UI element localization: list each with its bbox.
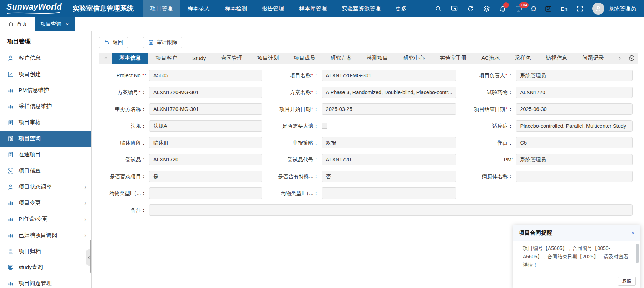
detail-tab-10[interactable]: AC流水 <box>474 53 507 64</box>
detail-tab-2[interactable]: Study <box>185 53 213 64</box>
tab-project-query[interactable]: 项目查询 × <box>35 17 75 31</box>
sidebar-item-7[interactable]: 项目稽查 <box>0 163 91 179</box>
detail-tab-11[interactable]: 采样包 <box>507 53 538 64</box>
detail-tab-5[interactable]: 项目成员 <box>286 53 323 64</box>
field-input[interactable]: 系统管理员 <box>516 70 633 81</box>
form-field: 方案名称*：A Phase 3, Randomized, Double-blin… <box>272 87 466 98</box>
sidebar-item-11[interactable]: 已归档项目调阅› <box>0 227 91 243</box>
collapse-panel-icon[interactable] <box>625 53 638 64</box>
nav-item-6[interactable]: 更多 <box>388 0 414 17</box>
checkbox[interactable] <box>322 123 327 129</box>
nav-item-4[interactable]: 样本库管理 <box>292 0 335 17</box>
form-field: 是否盲态项目：是 <box>99 171 272 182</box>
nav-item-1[interactable]: 样本录入 <box>180 0 217 17</box>
detail-tab-0[interactable]: 基本信息 <box>112 53 148 64</box>
field-input[interactable] <box>149 204 633 216</box>
field-input[interactable]: ALXN1720-MG-301 <box>322 70 457 81</box>
monitor-icon <box>7 264 14 271</box>
tabs-scroll-right-icon[interactable] <box>615 53 625 64</box>
sidebar-item-3[interactable]: 采样信息维护 <box>0 98 91 114</box>
language-toggle[interactable]: En <box>561 6 567 12</box>
field-label: 试验药物： <box>466 89 516 96</box>
bar-chart-icon <box>7 103 14 110</box>
field-input[interactable]: ALXN1720-MG-301 <box>149 87 262 98</box>
field-input[interactable]: A5605 <box>149 70 262 81</box>
sidebar-item-8[interactable]: 项目状态调整› <box>0 179 91 195</box>
audit-trail-button[interactable]: 审计跟踪 <box>143 37 182 48</box>
field-input[interactable]: ALXN1720 <box>516 87 633 98</box>
detail-tab-8[interactable]: 研究中心 <box>396 53 432 64</box>
sidebar-item-12[interactable]: 项目归档 <box>0 243 91 259</box>
form-field: 药物类型Ⅰ（...： <box>99 187 272 199</box>
field-input[interactable]: ALXN1720 <box>322 154 457 165</box>
field-input[interactable]: 法规A <box>149 120 262 132</box>
field-label: 适应症： <box>466 123 516 130</box>
field-input[interactable]: A Phase 3, Randomized, Double-blind, Pla… <box>322 87 457 98</box>
field-input[interactable] <box>149 187 262 199</box>
field-input[interactable]: 双报 <box>322 137 457 148</box>
detail-tabs: 基本信息项目客户Study合同管理项目计划项目成员研究方案检测项目研究中心实验室… <box>112 53 615 64</box>
sidebar-item-1[interactable]: 项目创建 <box>0 66 91 82</box>
sidebar-item-4[interactable]: 项目审核 <box>0 114 91 131</box>
sidebar-item-14[interactable]: 项目问题管理 <box>0 275 91 288</box>
avatar[interactable] <box>592 3 604 15</box>
field-input[interactable]: 是 <box>149 171 262 182</box>
field-input[interactable]: 临床III <box>149 137 262 148</box>
refresh-icon[interactable] <box>467 5 474 13</box>
nav-item-2[interactable]: 样本检测 <box>217 0 254 17</box>
ignore-button[interactable]: 忽略 <box>618 277 636 286</box>
close-tab-icon[interactable]: × <box>66 22 69 27</box>
audit-button-label: 审计跟踪 <box>157 39 177 46</box>
sidebar-item-5[interactable]: 项目查询 <box>0 131 91 147</box>
nav-item-3[interactable]: 报告管理 <box>254 0 292 17</box>
detail-tab-4[interactable]: 项目计划 <box>250 53 286 64</box>
field-input[interactable]: Placebo-controlled, Parallel, Multicente… <box>516 120 633 132</box>
tab-home[interactable]: 首页 <box>0 17 35 31</box>
user-icon <box>7 184 14 190</box>
popup-close-icon[interactable]: × <box>631 230 635 236</box>
field-input[interactable]: ALXN1720-MG-301 <box>149 103 262 115</box>
detail-tab-1[interactable]: 项目客户 <box>148 53 185 64</box>
omega-icon[interactable]: Ω <box>531 5 536 12</box>
nav-item-0[interactable]: 项目管理 <box>143 0 180 17</box>
sidebar-scrollbar[interactable] <box>90 240 91 273</box>
tabs-scroll-left-icon[interactable] <box>99 53 112 64</box>
brand-logo[interactable]: SunwayWorld <box>6 3 62 14</box>
detail-tab-13[interactable]: 问题记录 <box>575 53 611 64</box>
back-button[interactable]: 返回 <box>99 37 128 48</box>
form-field: 靶点：C5 <box>466 137 638 148</box>
field-input[interactable] <box>516 171 633 182</box>
detail-tab-14[interactable]: 辅材信 <box>611 53 615 64</box>
sidebar-item-2[interactable]: PM信息维护 <box>0 82 91 98</box>
sidebar-item-6[interactable]: 在途项目 <box>0 147 91 163</box>
sidebar-item-0[interactable]: 客户信息 <box>0 50 91 66</box>
field-input[interactable] <box>322 187 457 199</box>
detail-tab-9[interactable]: 实验室手册 <box>432 53 474 64</box>
calendar-check-icon[interactable] <box>545 5 552 13</box>
field-input[interactable]: C5 <box>516 137 633 148</box>
detail-tab-3[interactable]: 合同管理 <box>213 53 250 64</box>
field-input[interactable]: 系统管理员 <box>516 154 633 165</box>
required-asterisk: * <box>311 106 313 112</box>
sidebar-item-10[interactable]: PI任命/变更› <box>0 211 91 227</box>
field-input[interactable]: 否 <box>322 171 457 182</box>
search-icon[interactable] <box>435 5 442 13</box>
field-input[interactable]: 2025-06-30 <box>516 103 633 115</box>
field-input[interactable]: ALXN1720 <box>149 154 262 165</box>
popup-scrollbar[interactable] <box>636 244 639 263</box>
project-form: Project No.*:A5605项目名称*：ALXN1720-MG-301项… <box>99 70 638 216</box>
sidebar-item-9[interactable]: 项目变更› <box>0 195 91 211</box>
layers-icon[interactable] <box>483 5 490 13</box>
current-user-name[interactable]: 系统管理员 <box>609 5 636 13</box>
sidebar-item-13[interactable]: study查询 <box>0 259 91 275</box>
detail-tab-7[interactable]: 检测项目 <box>359 53 396 64</box>
detail-tab-6[interactable]: 研究方案 <box>323 53 359 64</box>
field-input[interactable]: 2025-03-25 <box>322 103 457 115</box>
field-label: 项目开始日期*： <box>272 106 322 113</box>
screen-pointer-icon[interactable] <box>451 5 458 13</box>
detail-tab-12[interactable]: 访视信息 <box>538 53 575 64</box>
fullscreen-icon[interactable] <box>576 5 584 13</box>
sidebar-item-label: 项目归档 <box>19 248 41 255</box>
nav-item-5[interactable]: 实验室资源管理 <box>334 0 388 17</box>
form-field: 法规：法规A <box>99 120 272 132</box>
